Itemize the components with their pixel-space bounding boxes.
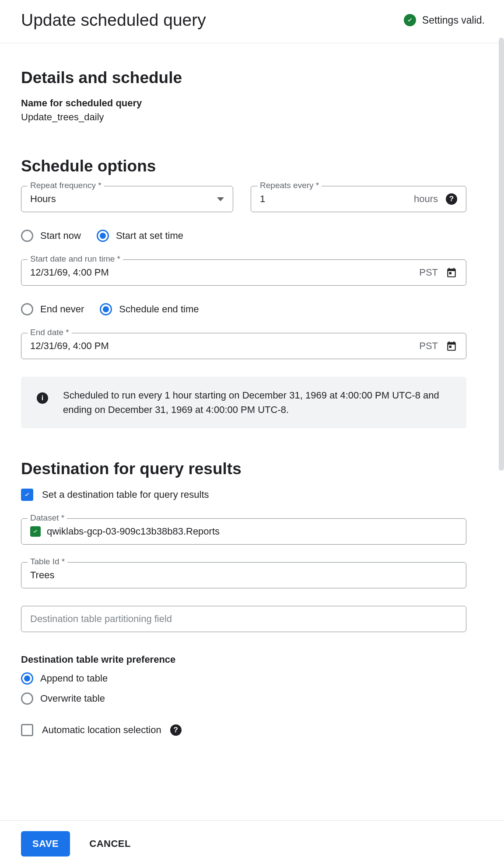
schedule-heading: Schedule options (21, 157, 466, 175)
auto-location-checkbox[interactable] (21, 724, 33, 736)
dataset-valid-icon (30, 526, 41, 537)
timezone-label: PST (419, 340, 438, 352)
dataset-field[interactable]: Dataset * qwiklabs-gcp-03-909c13b38b83.R… (21, 518, 466, 545)
page-header: Update scheduled query Settings valid. (0, 0, 504, 43)
scrollbar[interactable] (499, 38, 504, 471)
end-time-radio-group: End never Schedule end time (21, 303, 466, 315)
settings-status: Settings valid. (404, 14, 485, 26)
check-circle-icon (404, 14, 416, 26)
chevron-down-icon (217, 197, 224, 201)
table-id-value: Trees (30, 570, 54, 581)
start-datetime-value: 12/31/69, 4:00 PM (30, 267, 109, 278)
calendar-icon[interactable] (446, 340, 457, 352)
end-date-field[interactable]: End date * 12/31/69, 4:00 PM PST (21, 333, 466, 359)
auto-location-row: Automatic location selection ? (21, 724, 466, 736)
repeats-every-unit: hours (414, 193, 438, 205)
write-preference-label: Destination table write preference (21, 654, 466, 665)
query-name-value: Update_trees_daily (21, 112, 466, 123)
start-time-radio-group: Start now Start at set time (21, 230, 466, 242)
repeat-frequency-select[interactable]: Repeat frequency * Hours (21, 186, 233, 212)
repeat-frequency-label: Repeat frequency * (28, 181, 104, 190)
set-destination-table-checkbox[interactable]: Set a destination table for query result… (21, 489, 466, 501)
status-label: Settings valid. (422, 14, 485, 26)
partitioning-input[interactable] (30, 613, 457, 625)
repeats-every-label: Repeats every * (257, 181, 322, 190)
auto-location-label: Automatic location selection (42, 724, 161, 736)
start-datetime-label: Start date and run time * (28, 254, 123, 264)
footer-bar: SAVE CANCEL (0, 820, 504, 867)
calendar-icon[interactable] (446, 267, 457, 278)
start-now-radio[interactable]: Start now (21, 230, 81, 242)
partitioning-field[interactable] (21, 606, 466, 632)
end-date-label: End date * (28, 328, 72, 337)
schedule-info-text: Scheduled to run every 1 hour starting o… (63, 388, 451, 417)
page-title: Update scheduled query (21, 10, 206, 30)
query-name-label: Name for scheduled query (21, 98, 466, 109)
info-icon: i (37, 392, 48, 404)
repeats-every-value: 1 (260, 193, 265, 205)
schedule-end-time-radio[interactable]: Schedule end time (100, 303, 199, 315)
table-id-field[interactable]: Table Id * Trees (21, 562, 466, 588)
write-preference-radio-group: Append to table Overwrite table (21, 672, 466, 705)
checkbox-checked-icon (21, 489, 33, 501)
details-heading: Details and schedule (21, 69, 466, 87)
repeats-every-field[interactable]: Repeats every * 1 hours ? (251, 186, 466, 212)
overwrite-table-radio[interactable]: Overwrite table (21, 692, 466, 705)
start-datetime-field[interactable]: Start date and run time * 12/31/69, 4:00… (21, 259, 466, 286)
end-never-radio[interactable]: End never (21, 303, 84, 315)
schedule-info-box: i Scheduled to run every 1 hour starting… (21, 377, 466, 428)
timezone-label: PST (419, 267, 438, 278)
end-date-value: 12/31/69, 4:00 PM (30, 340, 109, 352)
dataset-value: qwiklabs-gcp-03-909c13b38b83.Reports (47, 526, 220, 537)
append-to-table-radio[interactable]: Append to table (21, 672, 466, 685)
help-icon[interactable]: ? (446, 193, 457, 205)
repeat-frequency-value: Hours (30, 193, 56, 205)
help-icon[interactable]: ? (170, 724, 182, 736)
destination-heading: Destination for query results (21, 460, 466, 478)
save-button[interactable]: SAVE (21, 831, 70, 857)
dataset-label: Dataset * (28, 513, 67, 523)
start-set-time-radio[interactable]: Start at set time (97, 230, 183, 242)
table-id-label: Table Id * (28, 557, 67, 566)
cancel-button[interactable]: CANCEL (89, 838, 131, 850)
